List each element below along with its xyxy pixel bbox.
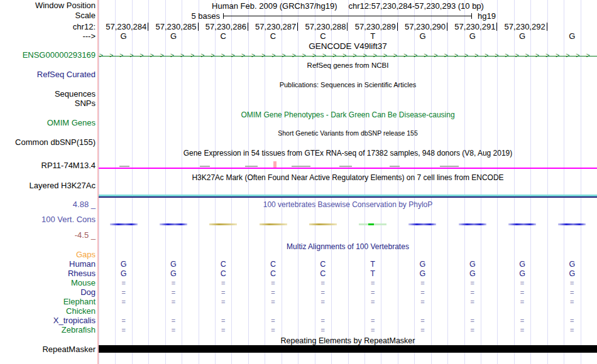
alignment-cell: = [398,288,447,297]
multiz-species-label[interactable]: Mouse [0,279,96,287]
multiz-species-label[interactable]: Zebrafish [0,326,96,335]
track-title-refseq[interactable]: RefSeq genes from NCBI [99,62,597,69]
phylop-ymin-label: -4.5 _ [0,231,96,240]
alignment-cell: G [99,260,148,269]
ruler-position: 57,230,286 [199,23,248,31]
alignment-cell: = [547,316,597,326]
alignment-cell: = [148,288,198,297]
alignment-cell: = [298,297,348,307]
track-label-vert-cons[interactable]: 100 Vert. Cons [0,215,96,224]
multiz-species-label[interactable]: Human [0,260,96,269]
ruler-base: C [248,32,298,41]
alignment-cell: = [348,326,398,335]
alignment-cell: = [99,297,148,307]
strand-label: ---> [0,32,96,41]
alignment-cell: = [148,297,198,307]
alignment-cell: G [148,269,198,279]
alignment-cell: = [398,279,447,288]
track-label-refseq-curated[interactable]: RefSeq Curated [0,70,96,79]
track-title-phylop[interactable]: 100 vertebrates Basewise Conservation by… [99,200,597,209]
alignment-cell: = [497,279,547,288]
ruler-position: 57,230,288 [298,23,348,31]
alignment-cell: = [547,326,597,335]
scale-ruler [223,16,472,16]
ruler-base: G [497,32,547,41]
alignment-cell: = [298,326,348,335]
ruler-position: 57,230,291 [447,23,497,31]
alignment-cell: = [398,316,447,326]
track-label-sequences[interactable]: Sequences [0,90,96,99]
alignment-cell: = [148,326,198,335]
multiz-gaps-label[interactable]: Gaps [0,250,96,259]
alignment-cell: = [348,288,398,297]
alignment-cell: = [398,326,447,335]
gtex-expression-mark [245,166,258,167]
alignment-cell: = [248,326,298,335]
gtex-gene-line[interactable] [99,168,597,169]
alignment-cell: = [447,279,497,288]
alignment-cell: = [298,279,348,288]
alignment-cell: = [497,326,547,335]
repeatmasker-element-bar[interactable] [99,345,597,353]
scale-assembly-label: hg19 [478,11,496,21]
alignment-cell: T [348,260,398,269]
ruler-position: 57,230,289 [348,23,398,31]
alignment-cell: = [99,288,148,297]
alignment-cell: C [248,269,298,279]
alignment-cell: = [547,279,597,288]
alignment-cell: = [497,316,547,326]
genome-browser: Window Position Human Feb. 2009 (GRCh37/… [0,0,597,364]
track-title-h3k27ac[interactable]: H3K27Ac Mark (Often Found Near Active Re… [99,173,597,182]
alignment-cell: = [248,279,298,288]
alignment-cell: = [447,316,497,326]
track-title-gtex[interactable]: Gene Expression in 54 tissues from GTEx … [99,149,597,158]
alignment-cell: = [199,326,248,335]
ruler-base: G [398,32,447,41]
track-title-multiz[interactable]: Multiz Alignments of 100 Vertebrates [99,242,597,251]
track-label-omim-genes[interactable]: OMIM Genes [0,119,96,127]
alignment-cell: = [248,288,298,297]
alignment-cell: = [199,297,248,307]
alignment-cell: = [447,326,497,335]
ruler-base: T [348,32,398,41]
track-label-common-dbsnp[interactable]: Common dbSNP(155) [0,138,96,147]
alignment-cell: = [348,297,398,307]
ruler-base: G [99,32,148,41]
chrom-label: chr12: [0,23,96,31]
ruler-position: 57,230,284 [99,23,148,31]
track-title-repeatmasker[interactable]: Repeating Elements by RepeatMasker [99,336,597,345]
track-title-publications[interactable]: Publications: Sequences in Scientific Ar… [99,81,597,88]
label-track-separator [97,0,99,364]
track-title-gencode[interactable]: GENCODE V49lift37 [99,41,597,51]
alignment-cell: = [298,288,348,297]
track-label-snps[interactable]: SNPs [0,99,96,108]
phylop-dash-blue [459,223,486,225]
phylop-dash-blue [408,223,436,225]
alignment-cell: = [497,297,547,307]
multiz-species-label[interactable]: Elephant [0,297,96,306]
gtex-expression-mark [292,166,310,167]
track-label-repeatmasker[interactable]: RepeatMasker [0,345,96,354]
track-label-layered-h3k27ac[interactable]: Layered H3K27Ac [0,181,96,190]
multiz-species-label[interactable]: Chicken [0,307,96,316]
scale-text: 5 bases [99,11,220,21]
alignment-cell: C [248,260,298,269]
phylop-dash-blue [160,223,187,225]
window-position-title: Human Feb. 2009 (GRCh37/hg19)chr12:57,23… [99,1,597,11]
alignment-cell: = [148,279,198,288]
phylop-dash-olive [209,223,237,225]
gtex-expression-mark [339,166,352,167]
ruler-base: G [547,32,597,41]
alignment-cell: G [447,260,497,269]
track-title-omim[interactable]: OMIM Gene Phenotypes - Dark Green Can Be… [99,110,597,119]
gtex-expression-mark [200,166,210,167]
track-title-dbsnp[interactable]: Short Genetic Variants from dbSNP releas… [99,129,597,137]
alignment-cell: = [348,316,398,326]
alignment-cell: = [547,297,597,307]
multiz-species-label[interactable]: Rhesus [0,269,96,278]
phylop-dash-green [359,223,386,225]
gene-label[interactable]: ENSG00000293169 [0,51,96,60]
multiz-species-label[interactable]: Dog [0,288,96,297]
track-label-gtex-gene[interactable]: RP11-74M13.4 [0,161,96,170]
multiz-species-label[interactable]: X_tropicalis [0,316,96,325]
